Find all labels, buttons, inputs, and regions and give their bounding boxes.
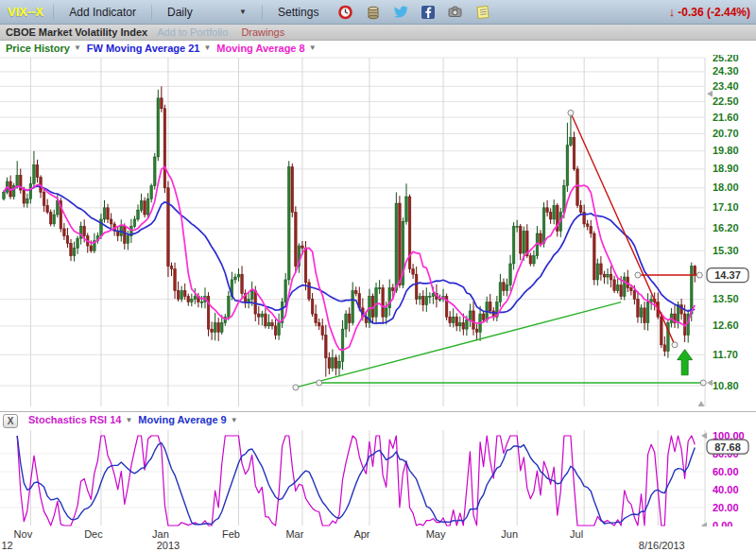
facebook-icon[interactable] (420, 4, 436, 20)
drawing-handle[interactable] (568, 110, 574, 115)
drawings-menu[interactable]: Drawings (241, 26, 284, 38)
drawing-handle[interactable] (696, 272, 702, 278)
drawing-handle[interactable] (317, 380, 322, 386)
main-toolbar: VIX--X Add Indicator Daily ▼ Settings (0, 0, 756, 25)
period-dropdown[interactable]: Daily ▼ (162, 6, 252, 19)
month-label: Nov (14, 528, 33, 540)
database-icon[interactable] (365, 4, 381, 20)
add-to-portfolio-link[interactable]: Add to Portfolio (157, 26, 228, 38)
svg-text:24.30: 24.30 (713, 65, 739, 77)
svg-text:60.00: 60.00 (713, 466, 739, 477)
svg-text:25.20: 25.20 (713, 55, 739, 63)
instrument-name: CBOE Market Volatility Index (6, 26, 147, 38)
indicator-value-box: 87.68 (707, 440, 748, 454)
legend-price-history[interactable]: Price History ▼ (6, 43, 81, 54)
month-label: Apr (353, 528, 369, 540)
chevron-down-icon: ▼ (309, 43, 317, 52)
svg-text:21.60: 21.60 (713, 112, 739, 123)
price-chart: 25.2024.3023.4022.5021.6020.7019.8018.90… (0, 55, 756, 411)
legend-ma21[interactable]: FW Moving Average 21 ▼ (87, 43, 212, 54)
price-axis: 25.2024.3023.4022.5021.6020.7019.8018.90… (713, 55, 739, 391)
drawing-handle[interactable] (635, 272, 641, 278)
axis-pan-up-arrow[interactable] (701, 433, 707, 440)
axis-scroll-arrow[interactable] (698, 401, 705, 406)
series-legend: Price History ▼ FW Moving Average 21 ▼ M… (0, 41, 756, 55)
svg-text:12.60: 12.60 (713, 319, 739, 331)
svg-text:19.80: 19.80 (713, 145, 739, 156)
chevron-down-icon: ▼ (203, 43, 211, 52)
indicator-chart: 100.0080.0060.0040.0020.000.0087.68 (0, 430, 756, 526)
legend-stoch-rsi[interactable]: Stochastics RSI 14 ▼ (28, 414, 132, 425)
svg-text:0.00: 0.00 (713, 520, 732, 527)
close-panel-button[interactable]: X (3, 414, 18, 428)
chevron-down-icon: ▼ (231, 416, 238, 424)
add-indicator-button[interactable]: Add Indicator (63, 6, 142, 19)
svg-text:87.68: 87.68 (714, 441, 741, 453)
alarm-icon[interactable] (337, 4, 353, 20)
svg-text:23.40: 23.40 (713, 80, 739, 92)
legend-ma9[interactable]: Moving Average 9 ▼ (138, 414, 237, 425)
time-axis: NovDecJanFebMarAprMayJunJul1220138/16/20… (0, 526, 756, 552)
chart-drawings[interactable] (293, 110, 706, 389)
svg-text:14.37: 14.37 (714, 269, 741, 281)
end-date-label: 8/16/2013 (639, 540, 685, 551)
camera-icon[interactable] (447, 4, 463, 20)
settings-button[interactable]: Settings (272, 6, 324, 19)
twitter-icon[interactable] (392, 4, 408, 20)
svg-text:13.50: 13.50 (713, 293, 739, 304)
month-label: Feb (222, 528, 240, 540)
stoch-ma9-line (17, 436, 695, 525)
legend-ma8[interactable]: Moving Average 8 ▼ (216, 43, 316, 54)
charting-app: VIX--X Add Indicator Daily ▼ Settings (0, 0, 756, 552)
toolbar-icon-group (337, 4, 490, 20)
last-price-box: 14.37 (707, 268, 748, 283)
svg-text:18.00: 18.00 (713, 181, 739, 193)
drawing-handle[interactable] (672, 342, 678, 348)
instrument-header: CBOE Market Volatility Index Add to Port… (0, 25, 756, 41)
month-label: Mar (285, 528, 303, 540)
svg-text:17.10: 17.10 (713, 201, 739, 213)
svg-text:20.00: 20.00 (713, 502, 739, 513)
month-label: Jan (152, 528, 169, 540)
svg-text:15.30: 15.30 (713, 245, 739, 256)
indicator-panel-header: X Stochastics RSI 14 ▼ Moving Average 9 … (0, 411, 756, 430)
year-label: 2013 (157, 540, 180, 551)
price-change: ↓ -0.36 (-2.44%) (669, 5, 750, 19)
stoch-rsi-line (17, 436, 695, 526)
month-label: Jun (501, 528, 518, 540)
year-label: 12 (1, 540, 12, 551)
symbol-label: VIX--X (8, 5, 43, 19)
chevron-down-icon: ▼ (239, 8, 247, 16)
svg-text:18.90: 18.90 (713, 163, 739, 174)
svg-text:10.80: 10.80 (713, 380, 739, 391)
drawing-handle[interactable] (293, 385, 299, 390)
period-value: Daily (167, 6, 193, 19)
month-label: Jul (570, 528, 583, 540)
svg-text:16.20: 16.20 (713, 222, 739, 233)
axis-pan-up-arrow[interactable] (707, 91, 713, 97)
toolbar-separator (262, 5, 263, 20)
drawing-handle[interactable] (700, 380, 706, 386)
toolbar-separator (53, 5, 54, 20)
green-hline-drawing[interactable] (317, 380, 706, 386)
notes-icon[interactable] (474, 4, 490, 20)
axis-pan-down-arrow[interactable] (707, 379, 713, 386)
month-label: Dec (84, 528, 103, 540)
svg-text:40.00: 40.00 (713, 484, 739, 495)
svg-text:20.70: 20.70 (713, 128, 739, 139)
chevron-down-icon: ▼ (125, 416, 132, 424)
toolbar-separator (151, 5, 152, 20)
month-label: May (426, 528, 446, 540)
change-value: -0.36 (-2.44%) (678, 6, 750, 19)
chevron-down-icon: ▼ (74, 43, 81, 52)
down-arrow-icon: ↓ (669, 5, 676, 19)
svg-text:22.50: 22.50 (713, 95, 739, 107)
svg-text:11.70: 11.70 (713, 349, 738, 360)
green-up-arrow-drawing[interactable] (678, 350, 693, 375)
